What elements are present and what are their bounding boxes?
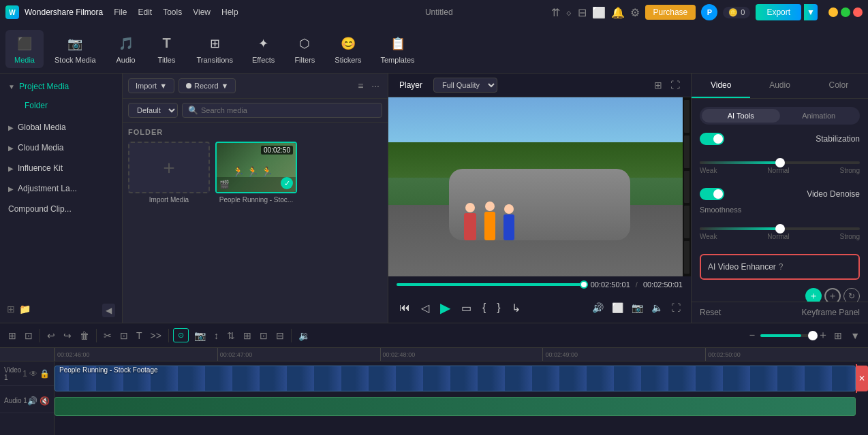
more-tools-icon[interactable]: >> [148, 327, 164, 344]
refresh-button[interactable]: ↻ [843, 288, 860, 302]
nav-icon-2[interactable]: ⬦ [565, 6, 572, 18]
text-button[interactable]: T [134, 327, 145, 344]
timeline-tool-8[interactable]: ⊡ [257, 327, 270, 344]
zoom-thumb[interactable] [808, 331, 818, 340]
nav-icon-6[interactable]: ⚙ [630, 6, 640, 19]
frame-forward-button[interactable]: ▭ [459, 299, 474, 317]
timeline-tool-5[interactable]: ↕ [211, 327, 221, 344]
people-running-thumb[interactable]: 🏃 🏃 🏃 00:02:50 🎬 ✓ [215, 142, 297, 193]
fullscreen-icon[interactable]: ⛶ [668, 78, 683, 92]
add-white-button[interactable]: ＋ [824, 288, 841, 302]
timeline-layout-icon[interactable]: ⊞ [5, 327, 19, 344]
progress-bar[interactable] [397, 283, 585, 286]
add-green-button[interactable]: ＋ [805, 288, 822, 302]
frame-back-button[interactable]: ◁ [418, 299, 432, 317]
volume-down-icon[interactable]: 🔉 [296, 327, 313, 344]
expand-icon[interactable]: ⛶ [669, 300, 683, 315]
toolbar-transitions[interactable]: ⊞ Transitions [189, 30, 241, 68]
denoise-toggle[interactable] [700, 188, 724, 200]
timeline-tool-6[interactable]: ⇅ [224, 327, 238, 344]
grid-icon[interactable]: ⊞ [831, 327, 845, 344]
nav-icon-1[interactable]: ⇈ [551, 6, 560, 19]
search-input[interactable] [201, 106, 376, 114]
sidebar-item-influence-kit[interactable]: ▶ Influence Kit [0, 158, 122, 178]
win-maximize[interactable] [841, 7, 850, 17]
toolbar-media[interactable]: ⬛ Media [5, 30, 44, 68]
toolbar-titles[interactable]: T Titles [148, 30, 186, 68]
tab-audio[interactable]: Audio [750, 74, 809, 98]
audio1-speaker-icon[interactable]: 🔊 [27, 396, 37, 406]
grid-view-icon[interactable]: ⊞ [651, 78, 665, 92]
quality-select[interactable]: Full Quality [433, 78, 497, 93]
toolbar-audio[interactable]: 🎵 Audio [107, 30, 145, 68]
stabilization-slider[interactable] [700, 161, 860, 164]
video-clip[interactable]: People Running - Stock Footage [55, 366, 856, 391]
win-minimize[interactable] [828, 7, 838, 17]
export-dropdown-icon[interactable]: ▼ [804, 4, 818, 20]
denoise-thumb[interactable] [775, 224, 785, 233]
insert-button[interactable]: ↳ [509, 299, 523, 317]
timeline-tool-7[interactable]: ⊞ [241, 327, 254, 344]
sidebar-item-project-media[interactable]: ▼ Project Media [0, 76, 122, 97]
undo-button[interactable]: ↩ [44, 327, 58, 344]
camera-icon[interactable]: 📷 [191, 327, 208, 344]
sidebar-item-cloud-media[interactable]: ▶ Cloud Media [0, 138, 122, 158]
tab-color[interactable]: Color [809, 74, 868, 98]
filter-icon[interactable]: ≡ [355, 78, 366, 94]
import-button[interactable]: Import ▼ [128, 78, 174, 93]
menu-view[interactable]: View [193, 7, 211, 17]
stabilization-thumb[interactable] [775, 158, 785, 167]
playhead[interactable]: ▼ [856, 364, 857, 393]
play-button[interactable]: ▶ [437, 297, 453, 319]
lock-icon[interactable]: 🔒 [40, 369, 50, 378]
eye-icon[interactable]: 👁 [29, 369, 37, 378]
reset-button[interactable]: Reset [700, 308, 721, 317]
sidebar-item-folder[interactable]: Folder [16, 97, 122, 114]
zoom-in-button[interactable]: ＋ [818, 328, 828, 342]
speaker-icon[interactable]: 🔊 [590, 300, 606, 315]
volume-icon[interactable]: 🔈 [649, 300, 665, 315]
cut-button[interactable]: ✂ [101, 327, 114, 344]
zoom-out-button[interactable]: － [747, 328, 758, 342]
export-button[interactable]: Export [756, 4, 801, 20]
crop-icon[interactable]: ⬜ [610, 300, 625, 315]
tab-animation[interactable]: Animation [780, 109, 858, 123]
audio1-mute-icon[interactable]: 🔇 [40, 396, 50, 406]
win-close[interactable] [853, 7, 863, 17]
add-folder-icon[interactable]: ⊞ [7, 304, 15, 317]
audio-clip[interactable] [55, 397, 856, 416]
record-button[interactable]: Record ▼ [179, 78, 236, 93]
nav-icon-3[interactable]: ⊟ [578, 6, 587, 19]
toolbar-stock-media[interactable]: 📷 Stock Media [46, 30, 104, 68]
zoom-track[interactable] [760, 334, 815, 337]
timeline-magnet-icon[interactable]: ⊡ [22, 327, 35, 344]
purchase-button[interactable]: Purchase [645, 5, 696, 20]
nav-icon-5[interactable]: 🔔 [611, 6, 625, 19]
sidebar-item-adjustment[interactable]: ▶ Adjustment La... [0, 178, 122, 199]
tab-ai-tools[interactable]: AI Tools [702, 109, 780, 123]
camera-shot-icon[interactable]: 📷 [630, 300, 645, 315]
menu-help[interactable]: Help [221, 7, 238, 17]
nav-icon-4[interactable]: ⬜ [592, 6, 606, 19]
tab-player[interactable]: Player [397, 79, 425, 91]
menu-file[interactable]: File [114, 7, 127, 17]
folder-icon[interactable]: 📁 [19, 304, 31, 317]
toolbar-stickers[interactable]: 😊 Stickers [326, 30, 369, 68]
skip-back-button[interactable]: ⏮ [397, 299, 413, 317]
toolbar-effects[interactable]: ✦ Effects [244, 30, 283, 68]
snap-button[interactable]: ⊙ [173, 328, 189, 342]
mark-in-button[interactable]: { [480, 299, 489, 317]
delete-button[interactable]: 🗑 [77, 327, 92, 344]
progress-thumb[interactable] [580, 280, 588, 289]
denoise-slider[interactable] [700, 227, 860, 230]
menu-tools[interactable]: Tools [163, 7, 182, 17]
more-options-icon[interactable]: ▼ [848, 327, 863, 344]
timeline-tool-9[interactable]: ⊟ [273, 327, 287, 344]
keyframe-panel-button[interactable]: Keyframe Panel [802, 308, 860, 317]
sidebar-item-compound[interactable]: Compound Clip... [0, 199, 122, 219]
video1-number-icon[interactable]: 1 [22, 369, 27, 378]
menu-edit[interactable]: Edit [138, 7, 153, 17]
collapse-icon[interactable]: ◀ [102, 304, 115, 317]
sort-select[interactable]: Default [128, 103, 178, 118]
crop-timeline-button[interactable]: ⊡ [117, 327, 131, 344]
